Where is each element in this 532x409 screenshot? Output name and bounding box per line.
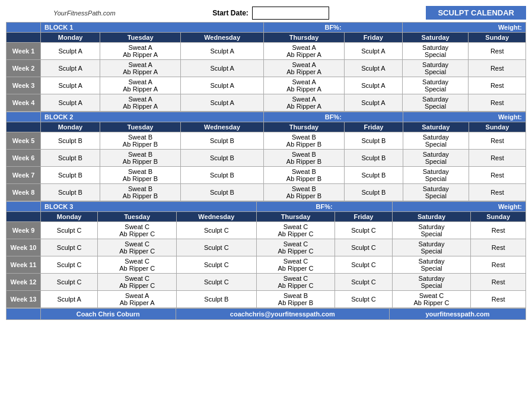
monday-cell: Sculpt B <box>41 150 100 167</box>
friday-cell: Sculpt C <box>335 274 392 291</box>
wednesday-cell: Sculpt A <box>180 60 263 77</box>
site-name: YourFitnessPath.com <box>53 9 116 17</box>
table-row: Week 9Sculpt CSweat CAb Ripper CSculpt C… <box>7 222 526 239</box>
tuesday-cell: Sweat CAb Ripper C <box>98 239 177 256</box>
monday-cell: Sculpt B <box>41 167 100 184</box>
col-header-wednesday: Wednesday <box>181 122 264 132</box>
wednesday-cell: Sculpt A <box>180 94 263 112</box>
week-label: Week 2 <box>7 60 41 77</box>
thursday-cell: Sweat BAb Ripper B <box>263 132 344 150</box>
block-3-col-headers: MondayTuesdayWednesdayThursdayFridaySatu… <box>7 212 526 222</box>
tuesday-cell: Sweat AAb Ripper A <box>98 291 177 308</box>
tuesday-cell: Sweat BAb Ripper B <box>100 167 180 184</box>
col-header-thursday: Thursday <box>263 122 344 132</box>
footer-col-3: yourfitnesspath.com <box>390 309 526 320</box>
col-header-wednesday: Wednesday <box>180 33 263 43</box>
col-header-monday: Monday <box>41 122 100 132</box>
saturday-cell: SaturdaySpecial <box>392 239 471 256</box>
thursday-cell: Sweat BAb Ripper B <box>263 184 344 201</box>
wednesday-cell: Sculpt B <box>181 184 264 201</box>
week-label: Week 12 <box>7 274 41 291</box>
saturday-cell: SaturdaySpecial <box>402 77 469 94</box>
week-label: Week 6 <box>7 150 41 167</box>
block-1-label: BLOCK 1 <box>41 23 264 33</box>
friday-cell: Sculpt A <box>344 60 402 77</box>
week-label: Week 8 <box>7 184 41 201</box>
thursday-cell: Sweat AAb Ripper A <box>264 77 345 94</box>
tuesday-cell: Sweat CAb Ripper C <box>98 222 177 239</box>
footer-table: Coach Chris Coburncoachchris@yourfitness… <box>6 308 526 320</box>
col-header-monday: Monday <box>41 212 98 222</box>
wednesday-cell: Sculpt C <box>176 274 256 291</box>
block-1-weight-label: Weight: <box>402 23 525 33</box>
col-header-tuesday: Tuesday <box>98 212 177 222</box>
sunday-cell: Rest <box>469 43 526 60</box>
table-row: Week 4Sculpt ASweat AAb Ripper ASculpt A… <box>7 94 526 112</box>
tuesday-cell: Sweat AAb Ripper A <box>100 43 181 60</box>
block-2-weight-label: Weight: <box>403 112 525 122</box>
sunday-cell: Rest <box>469 77 526 94</box>
friday-cell: Sculpt C <box>335 222 392 239</box>
friday-cell: Sculpt B <box>345 184 403 201</box>
col-header-saturday: Saturday <box>402 33 469 43</box>
footer-row: Coach Chris Coburncoachchris@yourfitness… <box>7 309 526 320</box>
tuesday-cell: Sweat BAb Ripper B <box>100 150 180 167</box>
col-header-sunday: Sunday <box>471 212 526 222</box>
saturday-cell: SaturdaySpecial <box>392 256 471 274</box>
table-row: Week 1Sculpt ASweat AAb Ripper ASculpt A… <box>7 43 526 60</box>
block-3-bf-label: BF%: <box>256 202 392 212</box>
table-row: Week 13Sculpt ASweat AAb Ripper ASculpt … <box>7 291 526 308</box>
friday-cell: Sculpt A <box>344 43 402 60</box>
friday-cell: Sculpt C <box>335 239 392 256</box>
wednesday-cell: Sculpt B <box>181 132 264 150</box>
monday-cell: Sculpt C <box>41 274 98 291</box>
calendar-title: SCULPT CALENDAR <box>426 6 526 20</box>
sunday-cell: Rest <box>469 167 525 184</box>
week-label: Week 10 <box>7 239 41 256</box>
table-row: Week 12Sculpt CSweat CAb Ripper CSculpt … <box>7 274 526 291</box>
block-2-label: BLOCK 2 <box>41 112 264 122</box>
block-1-col-headers: MondayTuesdayWednesdayThursdayFridaySatu… <box>7 33 526 43</box>
block-1-bf-label: BF%: <box>264 23 402 33</box>
col-header-saturday: Saturday <box>403 122 469 132</box>
monday-cell: Sculpt A <box>41 60 100 77</box>
thursday-cell: Sweat CAb Ripper C <box>256 239 335 256</box>
block-1-header-row: BLOCK 1BF%:Weight: <box>7 23 526 33</box>
week-label: Week 5 <box>7 132 41 150</box>
wednesday-cell: Sculpt C <box>176 256 256 274</box>
sunday-cell: Rest <box>469 60 526 77</box>
sunday-cell: Rest <box>471 256 526 274</box>
table-row: Week 7Sculpt BSweat BAb Ripper BSculpt B… <box>7 167 526 184</box>
col-header-wednesday: Wednesday <box>176 212 256 222</box>
table-row: Week 6Sculpt BSweat BAb Ripper BSculpt B… <box>7 150 526 167</box>
start-date-input[interactable] <box>252 7 329 20</box>
week-label: Week 4 <box>7 94 41 112</box>
week-label: Week 1 <box>7 43 41 60</box>
week-label: Week 13 <box>7 291 41 308</box>
friday-cell: Sculpt B <box>345 132 403 150</box>
thursday-cell: Sweat CAb Ripper C <box>256 274 335 291</box>
col-header-friday: Friday <box>345 122 403 132</box>
monday-cell: Sculpt A <box>41 291 98 308</box>
tuesday-cell: Sweat AAb Ripper A <box>100 77 181 94</box>
thursday-cell: Sweat CAb Ripper C <box>256 256 335 274</box>
sunday-cell: Rest <box>469 184 525 201</box>
block-3-label: BLOCK 3 <box>41 202 257 212</box>
friday-cell: Sculpt A <box>344 94 402 112</box>
thursday-cell: Sweat AAb Ripper A <box>264 60 345 77</box>
saturday-cell: SaturdaySpecial <box>402 60 469 77</box>
thursday-cell: Sweat AAb Ripper A <box>264 94 345 112</box>
saturday-cell: SaturdaySpecial <box>402 94 469 112</box>
thursday-cell: Sweat CAb Ripper C <box>256 222 335 239</box>
friday-cell: Sculpt C <box>335 291 392 308</box>
thursday-cell: Sweat BAb Ripper B <box>263 167 344 184</box>
tuesday-cell: Sweat AAb Ripper A <box>100 60 181 77</box>
friday-cell: Sculpt A <box>344 77 402 94</box>
monday-cell: Sculpt C <box>41 256 98 274</box>
table-row: Week 8Sculpt BSweat BAb Ripper BSculpt B… <box>7 184 526 201</box>
block-2-col-headers: MondayTuesdayWednesdayThursdayFridaySatu… <box>7 122 526 132</box>
sunday-cell: Rest <box>471 239 526 256</box>
sunday-cell: Rest <box>471 274 526 291</box>
monday-cell: Sculpt A <box>41 77 100 94</box>
monday-cell: Sculpt B <box>41 184 100 201</box>
